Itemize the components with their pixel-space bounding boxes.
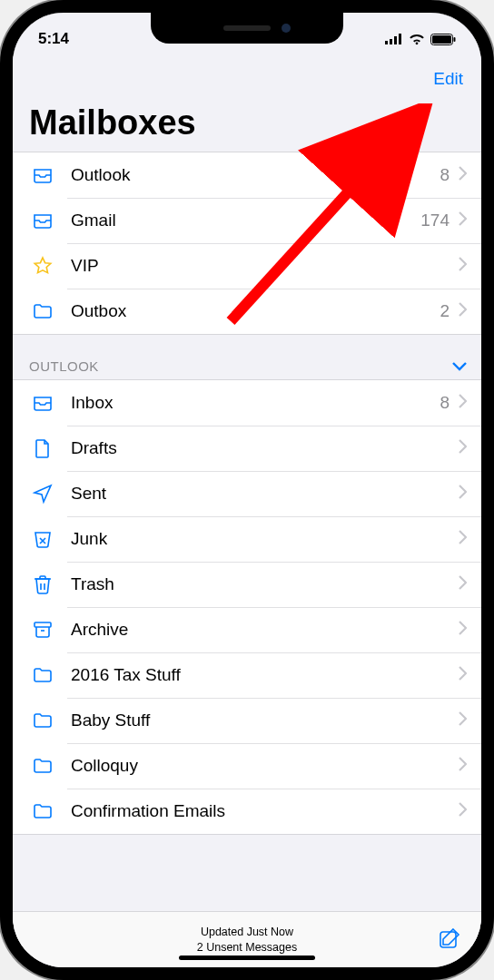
mailbox-label: Outlook xyxy=(71,165,440,185)
folder-icon xyxy=(29,300,56,322)
inbox-icon xyxy=(29,392,56,414)
home-indicator[interactable] xyxy=(179,956,315,960)
folder-label: Inbox xyxy=(71,393,440,413)
chevron-right-icon xyxy=(459,666,467,684)
inbox-icon xyxy=(29,210,56,231)
folder-row-junk[interactable]: Junk xyxy=(13,516,481,562)
folder-icon xyxy=(29,800,56,822)
mailbox-row-vip[interactable]: VIP xyxy=(13,243,481,289)
folder-row-trash[interactable]: Trash xyxy=(13,562,481,607)
chevron-right-icon xyxy=(459,211,467,230)
section-header-label: OUTLOOK xyxy=(29,358,99,374)
chevron-right-icon xyxy=(459,394,467,412)
folder-row-sent[interactable]: Sent xyxy=(13,471,481,516)
folder-label: 2016 Tax Stuff xyxy=(71,665,459,685)
compose-icon xyxy=(438,926,461,950)
svg-rect-6 xyxy=(454,37,456,42)
nav-header: Edit Mailboxes xyxy=(13,56,481,152)
mailbox-label: Outbox xyxy=(71,301,440,321)
svg-rect-3 xyxy=(399,34,401,44)
chevron-right-icon xyxy=(459,257,467,275)
svg-rect-7 xyxy=(35,622,51,627)
folder-row-baby[interactable]: Baby Stuff xyxy=(13,698,481,743)
outlook-folders-group: Inbox 8 Drafts Sent Junk xyxy=(13,379,481,835)
wifi-icon xyxy=(409,34,425,45)
mailbox-row-outlook[interactable]: Outlook 8 xyxy=(13,152,481,198)
chevron-right-icon xyxy=(459,757,467,775)
chevron-right-icon xyxy=(459,621,467,639)
chevron-right-icon xyxy=(459,439,467,457)
folder-row-confirmation[interactable]: Confirmation Emails xyxy=(13,789,481,834)
page-title: Mailboxes xyxy=(29,96,465,152)
folder-label: Colloquy xyxy=(71,756,459,776)
mailbox-count: 8 xyxy=(440,165,450,185)
chevron-right-icon xyxy=(459,485,467,503)
folder-row-drafts[interactable]: Drafts xyxy=(13,426,481,471)
chevron-right-icon xyxy=(459,575,467,593)
chevron-right-icon xyxy=(459,530,467,548)
mailbox-label: Gmail xyxy=(71,211,420,230)
status-right xyxy=(385,34,456,45)
top-mailboxes-group: Outlook 8 Gmail 174 VIP Out xyxy=(13,152,481,335)
folder-label: Drafts xyxy=(71,438,459,458)
folder-row-inbox[interactable]: Inbox 8 xyxy=(13,380,481,426)
compose-button[interactable] xyxy=(438,926,461,954)
toolbar-status: Updated Just Now 2 Unsent Messages xyxy=(197,925,297,955)
chevron-right-icon xyxy=(459,802,467,820)
mailbox-row-gmail[interactable]: Gmail 174 xyxy=(13,198,481,243)
junk-icon xyxy=(29,528,56,550)
svg-rect-2 xyxy=(394,36,397,44)
status-line2: 2 Unsent Messages xyxy=(197,940,297,955)
star-icon xyxy=(29,255,56,277)
folder-label: Confirmation Emails xyxy=(71,801,459,821)
battery-icon xyxy=(430,34,456,45)
trash-icon xyxy=(29,573,56,595)
mailbox-label: VIP xyxy=(71,256,459,276)
mailbox-count: 174 xyxy=(420,211,450,230)
svg-rect-1 xyxy=(390,39,392,44)
section-header-outlook[interactable]: OUTLOOK xyxy=(13,335,481,379)
folder-label: Sent xyxy=(71,484,459,504)
folder-icon xyxy=(29,710,56,731)
send-icon xyxy=(29,483,56,505)
folder-row-2016-tax[interactable]: 2016 Tax Stuff xyxy=(13,652,481,698)
doc-icon xyxy=(29,437,56,459)
cellular-icon xyxy=(385,34,403,44)
chevron-right-icon xyxy=(459,166,467,184)
folder-row-archive[interactable]: Archive xyxy=(13,607,481,652)
status-line1: Updated Just Now xyxy=(197,925,297,939)
mailbox-row-outbox[interactable]: Outbox 2 xyxy=(13,289,481,334)
folder-count: 8 xyxy=(440,393,450,413)
status-time: 5:14 xyxy=(38,30,69,48)
folder-icon xyxy=(29,755,56,777)
folder-label: Junk xyxy=(71,529,459,549)
folder-label: Trash xyxy=(71,574,459,594)
svg-rect-5 xyxy=(432,35,451,44)
mailbox-count: 2 xyxy=(440,301,450,321)
chevron-right-icon xyxy=(459,302,467,320)
folder-row-colloquy[interactable]: Colloquy xyxy=(13,743,481,789)
chevron-down-icon xyxy=(452,358,467,374)
chevron-right-icon xyxy=(459,711,467,730)
archive-icon xyxy=(29,619,56,641)
folder-icon xyxy=(29,664,56,686)
folder-label: Baby Stuff xyxy=(71,710,459,730)
folder-label: Archive xyxy=(71,620,459,640)
inbox-icon xyxy=(29,164,56,186)
svg-rect-0 xyxy=(385,41,388,44)
edit-button[interactable]: Edit xyxy=(29,64,465,96)
